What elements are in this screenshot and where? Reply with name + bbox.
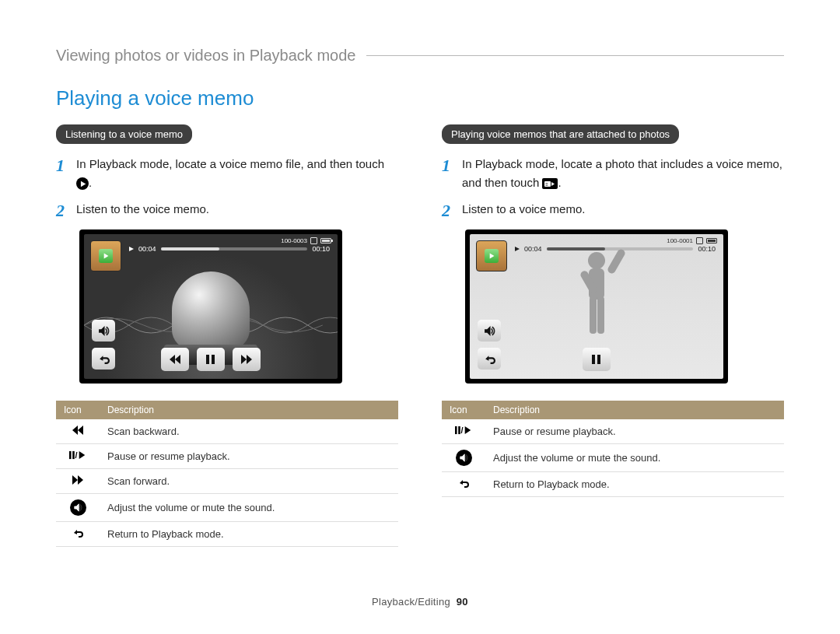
progress-fill: [161, 247, 220, 250]
footer-section: Playback/Editing: [372, 596, 450, 608]
table-header-description: Description: [485, 401, 784, 419]
pause-button[interactable]: [197, 348, 225, 371]
table-cell-desc: Scan backward.: [100, 419, 398, 444]
left-column: Listening to a voice memo 1 In Playback …: [56, 124, 398, 547]
status-indicators: 100-0001: [667, 237, 717, 244]
left-subtitle: Listening to a voice memo: [56, 124, 192, 144]
voice-memo-screen: 100-0003 00:04 00:10: [79, 229, 342, 384]
table-header-icon: Icon: [442, 401, 485, 419]
step-number-1: 1: [56, 155, 68, 192]
play-circle-icon: [76, 177, 89, 190]
battery-icon: [706, 238, 717, 243]
memo-badge-icon: ≡: [542, 178, 558, 189]
memo-thumbnail[interactable]: [476, 240, 507, 271]
table-cell-desc: Return to Playback mode.: [100, 522, 398, 547]
table-cell-desc: Pause or resume playback.: [485, 419, 784, 444]
status-indicators: 100-0003: [281, 237, 331, 244]
pause-button[interactable]: [583, 348, 611, 371]
step-number-2: 2: [442, 200, 454, 220]
step-number-2: 2: [56, 200, 68, 220]
breadcrumb-divider: [366, 55, 784, 56]
progress-bar[interactable]: [161, 247, 308, 250]
memo-thumbnail[interactable]: [90, 240, 121, 271]
right-step1-tail: .: [558, 176, 561, 189]
right-column: Playing voice memos that are attached to…: [442, 124, 784, 547]
battery-icon: [320, 238, 331, 243]
left-step1-tail: .: [89, 176, 92, 189]
file-number: 100-0001: [667, 237, 693, 244]
left-icon-table: Icon Description Scan backward. Pause or…: [56, 401, 398, 547]
total-time: 00:10: [698, 245, 716, 253]
right-step1-text: In Playback mode, locate a photo that in…: [462, 157, 782, 189]
table-row: Adjust the volume or mute the sound.: [442, 444, 784, 472]
breadcrumb: Viewing photos or videos in Playback mod…: [56, 47, 355, 65]
table-header-icon: Icon: [56, 401, 100, 419]
table-row: Return to Playback mode.: [442, 472, 784, 497]
svg-marker-15: [551, 182, 555, 186]
left-step1-text: In Playback mode, locate a voice memo fi…: [76, 157, 384, 170]
volume-button[interactable]: [92, 320, 115, 342]
table-row: Adjust the volume or mute the sound.: [56, 494, 398, 522]
scan-backward-button[interactable]: [161, 348, 189, 371]
svg-rect-21: [597, 296, 604, 334]
left-step2-text: Listen to the voice memo.: [76, 200, 209, 220]
memory-card-icon: [310, 237, 317, 244]
file-number: 100-0003: [281, 237, 307, 244]
svg-rect-20: [590, 296, 597, 334]
svg-rect-19: [607, 248, 627, 275]
table-cell-desc: Adjust the volume or mute the sound.: [485, 444, 784, 472]
svg-point-16: [588, 252, 605, 269]
return-icon: [455, 478, 472, 489]
scan-forward-icon: [69, 475, 86, 485]
memory-card-icon: [696, 237, 703, 244]
return-icon: [69, 527, 86, 538]
elapsed-time: 00:04: [138, 245, 156, 253]
table-cell-desc: Return to Playback mode.: [485, 472, 784, 497]
volume-button[interactable]: [478, 320, 501, 342]
table-row: Scan backward.: [56, 419, 398, 444]
table-row: Pause or resume playback.: [442, 419, 784, 444]
person-silhouette: [563, 248, 630, 345]
table-header-description: Description: [100, 401, 398, 419]
scan-forward-button[interactable]: [233, 348, 261, 371]
playing-caret-icon: [515, 247, 520, 251]
table-cell-desc: Pause or resume playback.: [100, 444, 398, 469]
pause-play-icon: [455, 425, 472, 436]
right-subtitle: Playing voice memos that are attached to…: [442, 124, 679, 144]
thumbnail-play-icon: [485, 249, 499, 263]
table-row: Return to Playback mode.: [56, 522, 398, 547]
table-cell-desc: Adjust the volume or mute the sound.: [100, 494, 398, 522]
table-row: Pause or resume playback.: [56, 444, 398, 469]
return-button[interactable]: [92, 348, 115, 370]
scan-backward-icon: [69, 425, 86, 436]
volume-icon: [456, 450, 472, 466]
right-step2-text: Listen to a voice memo.: [462, 200, 585, 220]
elapsed-time: 00:04: [524, 245, 542, 253]
total-time: 00:10: [312, 245, 330, 253]
return-button[interactable]: [478, 348, 501, 370]
table-cell-desc: Scan forward.: [100, 469, 398, 494]
svg-text:≡: ≡: [546, 182, 549, 187]
pause-play-icon: [69, 450, 86, 461]
right-icon-table: Icon Description Pause or resume playbac…: [442, 401, 784, 497]
photo-memo-screen: 100-0001 00:04 00:10: [465, 229, 728, 384]
step-number-1: 1: [442, 155, 454, 192]
table-row: Scan forward.: [56, 469, 398, 494]
section-title: Playing a voice memo: [56, 86, 784, 110]
volume-icon: [70, 499, 86, 516]
playing-caret-icon: [129, 247, 134, 251]
thumbnail-play-icon: [99, 249, 113, 263]
page-footer: Playback/Editing 90: [0, 596, 840, 608]
page-number: 90: [457, 596, 468, 608]
